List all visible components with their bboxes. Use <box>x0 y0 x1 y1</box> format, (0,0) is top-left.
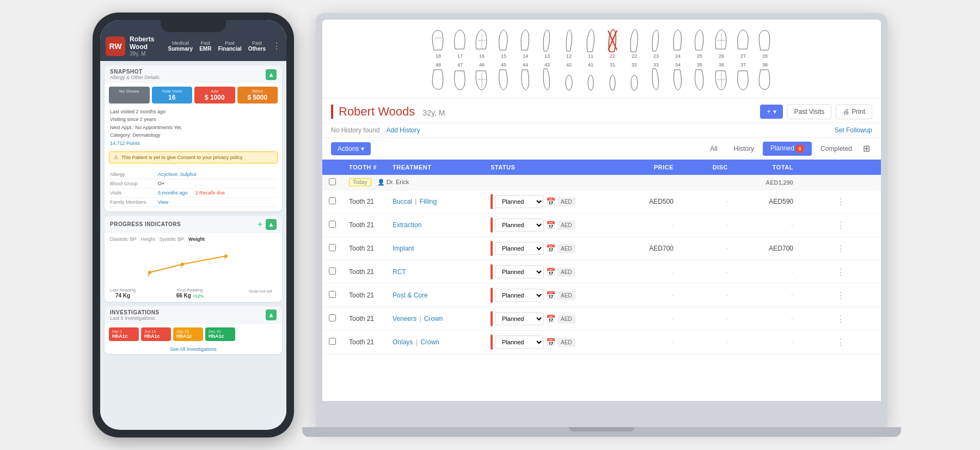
tooth-26[interactable]: 26 <box>711 28 732 59</box>
tab-all[interactable]: All <box>702 142 725 155</box>
grid-view-icon[interactable]: ⊞ <box>861 141 872 156</box>
tooth-24[interactable]: 24 <box>667 28 688 59</box>
group-checkbox[interactable] <box>329 178 336 185</box>
tab-weight[interactable]: Weight <box>188 236 205 242</box>
row-menu-3[interactable]: ⋮ <box>806 244 874 254</box>
row-checkbox-4[interactable] <box>329 267 336 275</box>
tooth-41[interactable]: 41 <box>580 61 601 92</box>
calendar-icon-5[interactable]: 📅 <box>546 291 555 300</box>
tooth-36[interactable]: 36 <box>711 61 732 92</box>
tooth-16[interactable]: 16 <box>471 28 492 59</box>
past-visits-button[interactable]: Past Visits <box>787 104 832 119</box>
status-select-3[interactable]: Planned Completed <box>495 242 544 255</box>
tab-planned[interactable]: Planned8 <box>763 142 812 156</box>
tooth-23[interactable]: 23 <box>646 28 666 59</box>
tooth-34[interactable]: 34 <box>667 61 688 92</box>
tooth-13[interactable]: 13 <box>537 28 558 59</box>
tooth-45[interactable]: 45 <box>493 61 514 92</box>
tooth-28[interactable]: 28 <box>755 28 775 59</box>
treatment-link-3[interactable]: Implant <box>393 245 414 252</box>
status-indicator-4 <box>491 264 493 279</box>
row-checkbox-5[interactable] <box>329 291 336 298</box>
tooth-11[interactable]: 11 <box>580 28 601 59</box>
tooth-37[interactable]: 37 <box>733 61 754 92</box>
tooth-25[interactable]: 25 <box>689 28 710 59</box>
patient-info-text: Last visited 2 months ago Visiting since… <box>105 106 282 151</box>
row-menu-4[interactable]: ⋮ <box>806 267 874 277</box>
more-icon[interactable]: ⋮ <box>272 41 281 51</box>
nav-emr[interactable]: PastEMR <box>197 39 213 53</box>
inv-item-2[interactable]: Sep-15 HbA1c <box>173 327 203 341</box>
tooth-18[interactable]: 18 <box>428 28 449 59</box>
row-checkbox-2[interactable] <box>329 221 336 228</box>
row-menu-1[interactable]: ⋮ <box>806 197 874 207</box>
calendar-icon-3[interactable]: 📅 <box>546 244 555 253</box>
status-select-6[interactable]: Planned Completed <box>495 312 544 325</box>
tooth-35[interactable]: 35 <box>689 61 710 92</box>
row-menu-7[interactable]: ⋮ <box>806 337 874 348</box>
tooth-38[interactable]: 38 <box>755 61 775 92</box>
status-select-4[interactable]: Planned Completed <box>495 265 544 278</box>
tooth-43[interactable]: 43 <box>537 61 558 92</box>
tooth-12[interactable]: 12 <box>559 28 579 59</box>
tab-systolic[interactable]: Systolic BP <box>160 236 185 242</box>
set-followup-link[interactable]: Set Followup <box>835 126 872 134</box>
tab-height[interactable]: Height <box>141 236 155 242</box>
tooth-33[interactable]: 33 <box>646 61 666 92</box>
tooth-44[interactable]: 44 <box>515 61 536 92</box>
tooth-46[interactable]: 46 <box>471 61 492 92</box>
row-menu-6[interactable]: ⋮ <box>806 314 874 324</box>
row-menu-2[interactable]: ⋮ <box>806 220 874 230</box>
tooth-21[interactable]: 21 <box>602 28 623 59</box>
investigations-toggle[interactable]: ▲ <box>266 309 277 320</box>
inv-item-1[interactable]: Jun-10 HbA1c <box>141 327 171 341</box>
nav-financial[interactable]: PastFinancial <box>216 39 243 53</box>
inv-item-3[interactable]: Dec-30 HbA1c <box>205 327 235 341</box>
treatment-link-6[interactable]: Veneers | Crown <box>393 315 443 323</box>
tooth-47[interactable]: 47 <box>450 61 470 92</box>
row-menu-5[interactable]: ⋮ <box>806 290 874 301</box>
tooth-15[interactable]: 15 <box>493 28 514 59</box>
tooth-48[interactable]: 48 <box>428 61 449 92</box>
add-indicator-icon[interactable]: + <box>258 220 262 229</box>
row-checkbox-7[interactable] <box>329 338 336 345</box>
nav-others[interactable]: PastOthers <box>246 39 268 53</box>
snapshot-toggle[interactable]: ▲ <box>266 69 277 80</box>
tooth-31[interactable]: 31 <box>602 61 623 92</box>
print-button[interactable]: 🖨 Print <box>836 104 872 119</box>
calendar-icon-2[interactable]: 📅 <box>546 221 555 229</box>
row-checkbox-6[interactable] <box>329 314 336 321</box>
treatment-link-1[interactable]: Buccal | Filling <box>393 198 437 205</box>
row-checkbox-3[interactable] <box>329 244 336 251</box>
tooth-27[interactable]: 27 <box>733 28 754 59</box>
tab-history[interactable]: History <box>726 142 762 155</box>
treatment-link-7[interactable]: Onlays | Crown <box>393 338 439 346</box>
status-select-7[interactable]: Planned Completed <box>495 336 544 349</box>
tooth-14[interactable]: 14 <box>515 28 536 59</box>
tooth-32[interactable]: 32 <box>624 61 645 92</box>
status-select-5[interactable]: Planned Completed <box>495 289 544 302</box>
progress-toggle[interactable]: ▲ <box>266 219 277 230</box>
tab-completed[interactable]: Completed <box>813 142 860 155</box>
actions-button[interactable]: Actions ▾ <box>331 142 371 155</box>
status-select-1[interactable]: Planned Completed <box>495 195 544 208</box>
treatment-link-5[interactable]: Post & Core <box>393 291 428 299</box>
tooth-42[interactable]: 42 <box>559 61 579 92</box>
phone-screen: RW Roberts Wood 39y, M MedicalSummary Pa… <box>100 20 286 430</box>
add-button[interactable]: + ▾ <box>760 105 782 119</box>
status-select-2[interactable]: Planned Completed <box>495 218 544 232</box>
add-history-link[interactable]: Add History <box>386 126 420 134</box>
see-all-investigations[interactable]: See All Investigations <box>105 344 282 354</box>
treatment-link-4[interactable]: RCT <box>393 268 406 276</box>
calendar-icon-1[interactable]: 📅 <box>546 197 555 206</box>
tab-diastolic[interactable]: Diastolic BP <box>110 236 137 242</box>
nav-medical[interactable]: MedicalSummary <box>166 39 195 53</box>
tooth-22[interactable]: 22 <box>624 28 645 59</box>
tooth-17[interactable]: 17 <box>450 28 470 59</box>
calendar-icon-6[interactable]: 📅 <box>546 314 555 323</box>
row-checkbox-1[interactable] <box>329 197 336 204</box>
calendar-icon-4[interactable]: 📅 <box>546 267 555 276</box>
treatment-link-2[interactable]: Extraction <box>393 221 421 229</box>
inv-item-0[interactable]: Mar-1 HbA1c <box>109 327 139 341</box>
calendar-icon-7[interactable]: 📅 <box>546 338 555 346</box>
